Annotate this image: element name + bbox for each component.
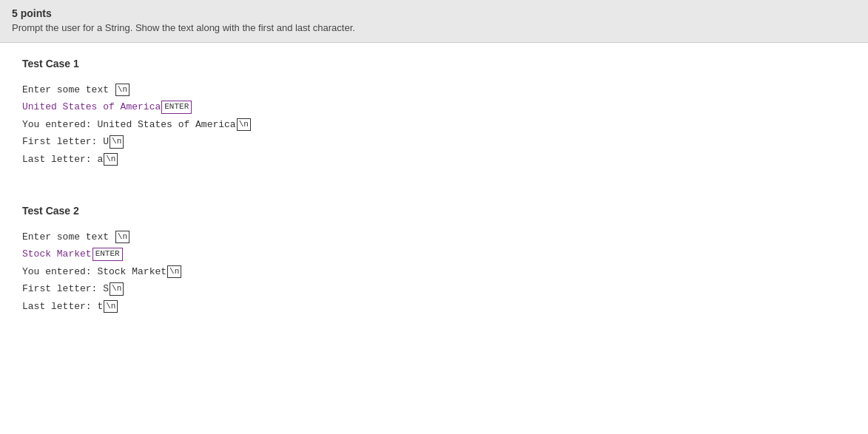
tc2-line-5: Last letter: t\n: [22, 298, 846, 315]
test-case-2-title: Test Case 2: [22, 205, 846, 217]
description-text: Prompt the user for a String. Show the t…: [12, 22, 856, 33]
tc1-line-5: Last letter: a\n: [22, 151, 846, 168]
tc2-line-1-text: Enter some text: [22, 228, 115, 245]
tc1-line-2-text: United States of America: [22, 98, 161, 115]
tc2-line-3-text: You entered: Stock Market: [22, 263, 166, 280]
tc2-enter-badge: ENTER: [92, 248, 123, 260]
spacer-1: [22, 190, 846, 205]
test-case-2-block: Test Case 2 Enter some text \n Stock Mar…: [22, 205, 846, 315]
tc1-enter-badge: ENTER: [161, 101, 192, 113]
tc1-line-4-text: First letter: U: [22, 133, 109, 150]
tc1-line-1: Enter some text \n: [22, 81, 846, 98]
tc1-line-4: First letter: U\n: [22, 133, 846, 150]
tc2-newline-3: \n: [167, 265, 181, 278]
tc1-newline-4: \n: [110, 135, 124, 148]
tc1-newline-1: \n: [115, 84, 129, 96]
tc2-line-3: You entered: Stock Market\n: [22, 263, 846, 280]
tc1-newline-3: \n: [237, 118, 251, 131]
tc2-line-5-text: Last letter: t: [22, 298, 103, 315]
test-case-1-title: Test Case 1: [22, 58, 846, 69]
test-case-1-block: Test Case 1 Enter some text \n United St…: [22, 58, 846, 168]
tc2-line-1: Enter some text \n: [22, 228, 846, 245]
points-label: 5 points: [12, 7, 856, 19]
main-content: Test Case 1 Enter some text \n United St…: [0, 43, 868, 352]
tc2-line-4: First letter: S\n: [22, 280, 846, 297]
tc1-line-5-text: Last letter: a: [22, 151, 103, 168]
tc2-newline-1: \n: [115, 231, 129, 243]
tc2-newline-5: \n: [104, 300, 118, 313]
header-banner: 5 points Prompt the user for a String. S…: [0, 0, 868, 43]
tc1-line-2: United States of AmericaENTER: [22, 98, 846, 115]
tc1-line-1-text: Enter some text: [22, 81, 115, 98]
tc2-line-4-text: First letter: S: [22, 280, 109, 297]
tc1-line-3-text: You entered: United States of America: [22, 116, 236, 133]
tc2-newline-4: \n: [110, 282, 124, 295]
tc2-line-2-text: Stock Market: [22, 245, 92, 262]
tc2-line-2: Stock MarketENTER: [22, 245, 846, 262]
tc1-line-3: You entered: United States of America\n: [22, 116, 846, 133]
tc1-newline-5: \n: [104, 153, 118, 166]
